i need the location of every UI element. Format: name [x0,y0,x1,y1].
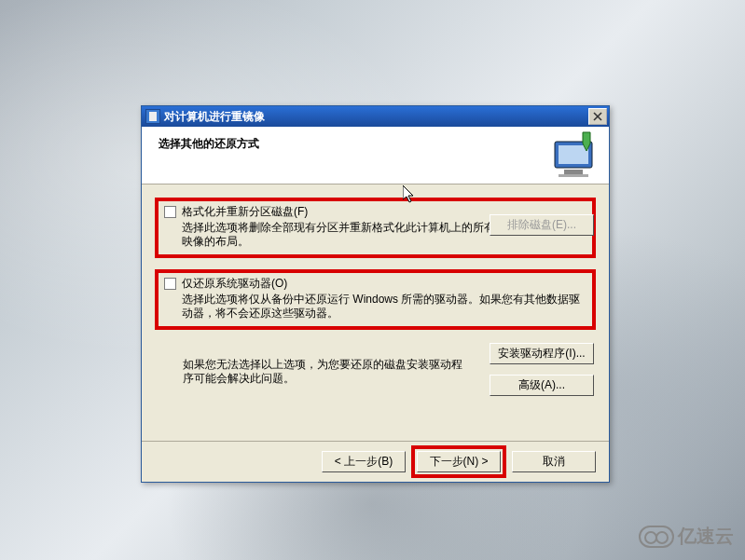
window-title: 对计算机进行重镜像 [164,109,588,125]
watermark-text: 亿速云 [678,524,734,549]
window-icon [145,109,160,124]
option-only-system-block: 仅还原系统驱动器(O) 选择此选项将仅从备份中还原运行 Windows 所需的驱… [155,269,596,330]
cancel-button[interactable]: 取消 [512,451,596,472]
svg-rect-4 [564,170,583,174]
watermark-logo-icon [639,526,674,548]
option-only-system-desc: 选择此选项将仅从备份中还原运行 Windows 所需的驱动器。如果您有其他数据驱… [182,293,586,321]
close-button[interactable] [588,108,607,125]
reimage-dialog: 对计算机进行重镜像 选择其他的还原方式 格式化并重新分区磁盘 [141,105,610,483]
install-driver-button[interactable]: 安装驱动程序(I)... [490,343,594,364]
advanced-button[interactable]: 高级(A)... [490,375,594,396]
dialog-header: 选择其他的还原方式 [142,127,609,184]
dialog-footer: < 上一步(B) 下一步(N) > 取消 [142,441,609,482]
option-only-system-label[interactable]: 仅还原系统驱动器(O) [182,277,586,291]
next-button-highlight: 下一步(N) > [411,445,506,478]
svg-rect-3 [559,145,588,164]
titlebar[interactable]: 对计算机进行重镜像 [142,106,609,127]
next-button[interactable]: 下一步(N) > [417,451,501,472]
watermark: 亿速云 [639,524,734,549]
checkbox-only-system[interactable] [164,278,176,290]
page-title: 选择其他的还原方式 [159,136,259,152]
back-button[interactable]: < 上一步(B) [322,451,406,472]
restore-icon [549,130,600,179]
checkbox-format[interactable] [164,206,176,218]
svg-rect-5 [559,174,588,177]
exclude-disk-button: 排除磁盘(E)... [490,214,594,236]
